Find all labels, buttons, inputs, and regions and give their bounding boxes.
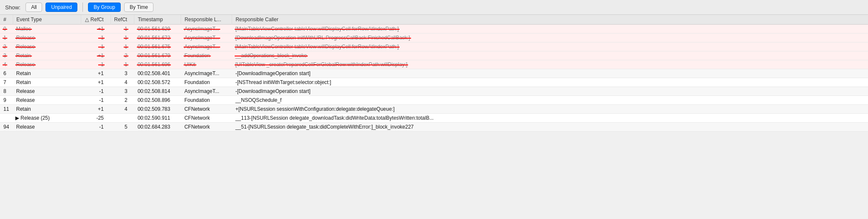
btn-unpaired[interactable]: Unpaired	[45, 3, 77, 12]
table-row[interactable]: 3Retain+1200:01.561.679Foundation__addOp…	[0, 51, 868, 60]
btn-bygroup[interactable]: By Group	[88, 3, 121, 12]
show-label: Show:	[5, 4, 20, 11]
table-row[interactable]: 7Retain+1400:02.508.572Foundation-[NSThr…	[0, 78, 868, 87]
table-row[interactable]: 94Release-1500:02.684.283CFNetwork__51-[…	[0, 123, 868, 132]
table-row[interactable]: 2Release-1100:01.561.675AsyncImageT...[M…	[0, 42, 868, 51]
table-header: # Event Type △ RefCt RefCt Timestamp Res…	[0, 15, 868, 25]
table-row[interactable]: 6Retain+1300:02.508.401AsyncImageT...-[D…	[0, 69, 868, 78]
table-row[interactable]: 9Release-1200:02.508.896Foundation__NSOQ…	[0, 96, 868, 105]
toolbar-divider	[82, 3, 83, 12]
main-table: # Event Type △ RefCt RefCt Timestamp Res…	[0, 15, 868, 132]
col-header-caller: Responsible Caller	[232, 15, 868, 25]
btn-all[interactable]: All	[26, 3, 42, 12]
table-row[interactable]: 4Release-1100:01.561.696UIKit[UITableVie…	[0, 60, 868, 69]
table-row[interactable]: ▶ Release (25)-2500:02.590.911CFNetwork_…	[0, 114, 868, 123]
col-header-rl: Responsible L...	[181, 15, 232, 25]
table-body: 0Malloc+1100:01.561.629AsyncImageT...[Ma…	[0, 25, 868, 132]
col-header-refct: RefCt	[111, 15, 134, 25]
col-header-num: #	[0, 15, 13, 25]
table-row[interactable]: 11Retain+1400:02.509.783CFNetwork+[NSURL…	[0, 105, 868, 114]
table-container: # Event Type △ RefCt RefCt Timestamp Res…	[0, 15, 868, 132]
col-header-ts: Timestamp	[134, 15, 181, 25]
col-header-delta: △ RefCt	[81, 15, 111, 25]
btn-bytime[interactable]: By Time	[124, 3, 153, 12]
col-header-event: Event Type	[13, 15, 81, 25]
table-row[interactable]: 8Release-1300:02.508.814AsyncImageT...-[…	[0, 87, 868, 96]
table-row[interactable]: 0Malloc+1100:01.561.629AsyncImageT...[Ma…	[0, 25, 868, 34]
table-row[interactable]: 1Release-1100:01.561.672AsyncImageT...[D…	[0, 34, 868, 42]
toolbar: Show: All Unpaired By Group By Time	[0, 0, 868, 15]
